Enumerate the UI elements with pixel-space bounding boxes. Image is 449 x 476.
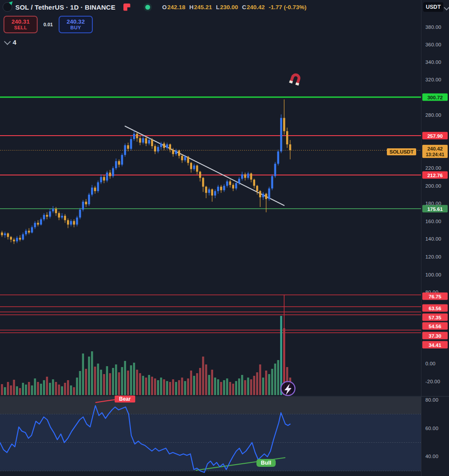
axis-price-chip[interactable]: 257.90 <box>422 132 448 140</box>
axis-tick: 220.00 <box>421 165 449 171</box>
chevron-down-icon <box>4 38 11 45</box>
axis-price-chip[interactable]: 76.75 <box>422 293 448 300</box>
candle-body <box>100 177 102 182</box>
axis-price-chip[interactable]: 300.72 <box>422 94 448 101</box>
volume-bar <box>274 364 276 395</box>
volume-bar <box>223 380 225 395</box>
candle-body <box>1 232 3 235</box>
candle-body <box>55 209 57 213</box>
volume-bar <box>130 365 132 395</box>
spread-value: 0.01 <box>38 22 59 27</box>
volume-bar <box>190 371 192 395</box>
symbol-header: SOL / TetherUS · 1D · BINANCE O242.18 H2… <box>3 2 306 12</box>
axis-price-chip[interactable]: 175.61 <box>422 205 448 213</box>
volume-bar <box>268 374 270 395</box>
volume-bar <box>91 351 93 395</box>
volume-bar <box>169 382 171 395</box>
axis-price-chip[interactable]: 54.56 <box>422 322 448 330</box>
symbol-title[interactable]: SOL / TetherUS · 1D · BINANCE <box>15 4 116 11</box>
volume-bar <box>280 316 282 395</box>
volume-bar <box>121 367 123 395</box>
volume-bar <box>103 374 105 395</box>
candle-body <box>193 165 195 169</box>
candle-body <box>49 211 51 217</box>
candle-body <box>238 179 240 183</box>
candle-body <box>166 144 168 148</box>
volume-bar <box>220 382 222 395</box>
market-status-icon[interactable] <box>145 5 150 10</box>
currency-selector[interactable]: USDT <box>423 2 443 12</box>
volume-bar <box>208 375 210 395</box>
candle-body <box>244 175 246 178</box>
bear-annotation-label[interactable]: Bear <box>115 396 135 402</box>
volume-bar <box>28 382 30 395</box>
volume-bar <box>127 371 129 395</box>
volume-bar <box>124 361 126 395</box>
buy-price: 240.32 <box>67 18 84 25</box>
volume-bar <box>82 354 84 395</box>
currency-chevron-icon <box>444 5 449 10</box>
axis-tick: 200.00 <box>421 183 449 189</box>
candle-body <box>139 138 141 143</box>
volume-bar <box>250 379 253 395</box>
candle-body <box>232 185 234 189</box>
bull-annotation-label[interactable]: Bull <box>256 459 276 467</box>
price-countdown: 13:24:41 <box>422 152 448 157</box>
high-value: 245.21 <box>194 4 212 10</box>
volume-bar <box>205 364 207 395</box>
axis-tick: 160.00 <box>421 219 449 224</box>
axis-price-chip[interactable]: 37.30 <box>422 332 448 340</box>
volume-bar <box>73 387 75 395</box>
volume-bar <box>10 385 12 395</box>
indicator-legend-toggle[interactable]: 4 <box>4 38 16 46</box>
candle-body <box>103 177 105 181</box>
volume-bar <box>151 377 153 395</box>
volume-bar <box>226 378 228 395</box>
volume-bar <box>94 367 96 395</box>
flag-icon[interactable] <box>123 4 130 11</box>
candle-body <box>19 238 21 240</box>
volume-bar <box>106 366 108 395</box>
candle-body <box>151 140 153 146</box>
axis-price-chip[interactable]: 212.76 <box>422 172 448 179</box>
volume-bar <box>67 380 69 395</box>
ohlc-readout: O242.18 H245.21 L230.00 C240.42 -1.77 (-… <box>162 4 307 10</box>
sell-button[interactable]: 240.31 SELL <box>4 16 38 33</box>
price-chart-canvas[interactable] <box>0 0 449 476</box>
candle-body <box>268 189 270 199</box>
axis-tick: 140.00 <box>421 236 449 242</box>
volume-bar <box>196 373 198 395</box>
candle-body <box>133 134 135 139</box>
candle-body <box>262 194 264 197</box>
candle-body <box>190 163 192 169</box>
axis-tick: 360.00 <box>421 42 449 47</box>
volume-bar <box>76 378 78 395</box>
candle-body <box>154 146 156 151</box>
axis-tick: 320.00 <box>421 77 449 82</box>
volume-bar <box>202 357 204 395</box>
axis-price-chip[interactable]: 240.4213:24:41 <box>422 145 448 158</box>
buy-button[interactable]: 240.32 BUY <box>59 16 93 33</box>
volume-bar <box>43 380 45 395</box>
price-axis[interactable]: USDT 380.00360.00340.00320.00280.00220.0… <box>421 0 449 476</box>
volume-bar <box>229 382 232 395</box>
volume-bar <box>109 373 111 395</box>
volume-bar <box>235 381 237 395</box>
volume-bar <box>256 372 258 395</box>
candle-body <box>148 140 150 144</box>
candle-body <box>43 215 45 219</box>
candle-body <box>241 175 243 179</box>
volume-bar <box>253 376 255 395</box>
symbol-logo-icon <box>3 2 12 12</box>
candle-body <box>205 187 207 193</box>
axis-tick: 0.00 <box>421 361 449 366</box>
buy-label: BUY <box>70 25 81 30</box>
axis-price-chip[interactable]: 34.41 <box>422 341 448 349</box>
volume-bar <box>55 382 57 395</box>
volume-bar <box>64 383 66 395</box>
axis-price-chip[interactable]: 63.56 <box>422 304 448 312</box>
candle-body <box>157 147 159 151</box>
symbol-price-tag[interactable]: SOLUSDT <box>387 148 416 155</box>
candle-body <box>289 144 291 150</box>
axis-price-chip[interactable]: 57.35 <box>422 314 448 321</box>
